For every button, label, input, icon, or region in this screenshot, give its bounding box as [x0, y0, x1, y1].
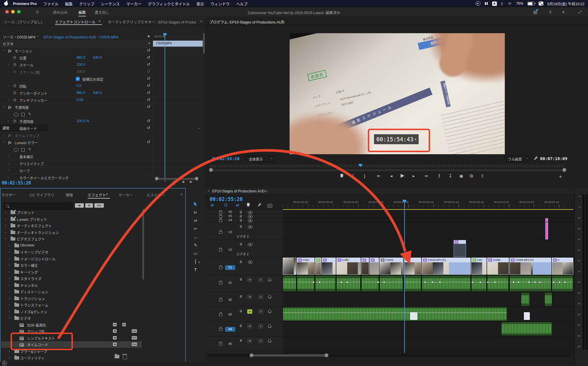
timeline-clip-C[interactable]: fxC [552, 258, 573, 275]
lock-icon[interactable] [219, 266, 222, 269]
tree-item-シンプルテキスト[interactable]: シンプルテキスト≡▶YUV [1, 335, 142, 341]
chevron-icon[interactable]: › [8, 168, 9, 172]
track-header-A3[interactable]: A3ƎMS [205, 307, 283, 322]
tool-type[interactable]: T [192, 267, 199, 274]
track-name-A2[interactable]: A2 [225, 298, 235, 302]
track-content-V5[interactable] [283, 214, 574, 218]
tl-playhead[interactable] [404, 200, 405, 353]
tool-shape[interactable]: ▭ [192, 251, 199, 257]
transport-mark-in-button[interactable]: { [350, 173, 356, 178]
fx-tab-4[interactable]: マーカー [118, 192, 133, 198]
mask-pen-icon[interactable]: ✎ [28, 147, 31, 151]
minimize-window-button[interactable] [11, 10, 15, 14]
track-output-icon[interactable] [248, 261, 253, 264]
audio-clip[interactable] [283, 307, 507, 321]
solo-button[interactable]: S [258, 295, 263, 299]
transport-step-forward-button[interactable]: ▸ [410, 173, 417, 179]
tree-item-ディストーション[interactable]: ›ディストーション [1, 288, 142, 295]
stopwatch-icon[interactable]: ◷ [13, 119, 16, 123]
source-patch-icon[interactable]: Ǝ [240, 214, 242, 218]
delete-icon[interactable] [123, 355, 127, 359]
track-header-V3[interactable]: V3Ǝビデオ 3 [205, 222, 283, 240]
track-output-icon[interactable] [248, 225, 253, 229]
mask-ellipse-icon[interactable] [14, 113, 19, 116]
mask-pen-icon[interactable]: ✎ [28, 112, 31, 116]
keyframe-handle[interactable] [559, 281, 561, 283]
prev-keyframe-icon[interactable]: ◀ [182, 180, 184, 184]
ec-value[interactable]: 100.0 [76, 63, 85, 67]
mask-rect-icon[interactable] [21, 113, 25, 116]
track-content-A2[interactable] [283, 292, 574, 307]
tree-item-カラー補正[interactable]: ›カラー補正 [1, 262, 142, 268]
play-around-icon[interactable]: ▶ [148, 34, 150, 38]
track-header-V5[interactable]: V5Ǝ [205, 214, 283, 218]
transport-extract-button[interactable]: ↧ [447, 173, 454, 179]
menu-icon[interactable]: ≡ [562, 10, 564, 14]
reset-icon[interactable]: ↺ [147, 62, 150, 67]
audio-clip[interactable] [501, 322, 552, 336]
audio-clip-small[interactable] [524, 312, 530, 320]
keyframe-handle[interactable] [553, 281, 555, 283]
lock-icon[interactable] [219, 249, 222, 251]
ec-value[interactable]: 960.0 [76, 91, 85, 95]
menu-item-3[interactable]: シーケンス [98, 1, 123, 6]
keyframe-handle[interactable] [494, 281, 496, 283]
timeline-clip-Coffin[interactable]: fxCoffin [336, 258, 361, 275]
track-header-V4[interactable]: V4Ǝ [205, 218, 283, 222]
source-patch-icon[interactable]: Ǝ [240, 242, 242, 246]
reset-icon[interactable]: ↺ [147, 48, 150, 53]
bluetooth-icon[interactable]: ᛒ [501, 1, 503, 6]
stopwatch-icon[interactable]: ◷ [13, 83, 16, 88]
pm-quality-select[interactable]: フル画質 › [505, 155, 530, 162]
nav-tab-0[interactable]: 読み込み [53, 9, 68, 15]
tree-chevron-icon[interactable]: › [9, 296, 10, 300]
volume-rubber-band[interactable] [552, 282, 573, 282]
voiceover-icon[interactable] [268, 339, 271, 342]
tl-hscroll-handle-right[interactable] [325, 353, 328, 357]
volume-rubber-band[interactable] [297, 282, 314, 282]
menu-item-0[interactable]: ファイル [40, 1, 62, 6]
tree-item-スタイライズ[interactable]: ›スタイライズ [1, 275, 142, 282]
tree-chevron-icon[interactable]: › [9, 310, 10, 313]
mute-button[interactable]: M [247, 295, 252, 299]
pm-ruler[interactable] [210, 164, 564, 167]
pm-scroll-handle-left[interactable] [209, 168, 213, 172]
volume-rubber-band[interactable] [487, 282, 509, 282]
timeline-clip-C0068.MP4 [V][interactable]: fxC0068.MP4 [V] [510, 258, 551, 275]
tree-chevron-icon[interactable]: › [8, 317, 11, 318]
fx-tab-3[interactable]: エフェクト [88, 192, 106, 198]
ec-sequence-clip[interactable]: EP10-Stages of Productions AUD・C0025.MP4 [44, 34, 118, 39]
pm-current-timecode[interactable]: 00:02:55:20 [212, 156, 240, 161]
close-tab-icon[interactable]: × [208, 189, 209, 193]
wifi-icon[interactable] [507, 2, 512, 5]
keyframe-handle[interactable] [318, 281, 320, 283]
track-name-V3[interactable]: V3 [225, 230, 235, 235]
collapse-section-icon[interactable]: ▲ [148, 41, 151, 44]
menu-item-1[interactable]: 編集 [62, 1, 76, 6]
menu-item-6[interactable]: 表示 [193, 1, 207, 6]
mask-ellipse-icon[interactable] [14, 148, 19, 152]
tree-chevron-icon[interactable]: › [9, 349, 10, 353]
track-name-A3[interactable]: A3 [225, 312, 235, 317]
tree-item-ユーティリティ[interactable]: ›ユーティリティ [1, 355, 142, 361]
tree-chevron-icon[interactable]: › [9, 257, 10, 260]
volume-rubber-band[interactable] [283, 313, 507, 313]
track-content-A6[interactable] [283, 351, 574, 353]
tree-item-ビデオ[interactable]: ›ビデオ [1, 315, 142, 321]
fx-scrollbar[interactable] [142, 209, 144, 280]
tl-tab-label[interactable]: EP10-Stages of Productions AUD [212, 189, 265, 193]
new-folder-icon[interactable] [115, 355, 119, 358]
stopwatch-icon[interactable]: ◷ [13, 90, 16, 95]
zoom-window-button[interactable] [17, 10, 21, 14]
close-window-button[interactable] [5, 10, 9, 14]
chevron-icon[interactable]: › [8, 175, 9, 179]
tree-chevron-icon[interactable]: › [5, 224, 6, 227]
menu-item-2[interactable]: クリップ [76, 1, 98, 6]
fx-tab-1[interactable]: CC ライブラリ [30, 192, 54, 198]
checkbox-icon[interactable]: ✓ [76, 77, 80, 81]
next-keyframe-icon[interactable]: ▶ [190, 180, 192, 184]
tl-toolbar-add-marker-icon[interactable] [247, 203, 250, 207]
timeline-clip-C0006.[interactable]: fxC0006. [380, 258, 403, 275]
source-patch-icon[interactable]: Ǝ [240, 324, 242, 328]
ec-playhead[interactable] [165, 33, 165, 181]
